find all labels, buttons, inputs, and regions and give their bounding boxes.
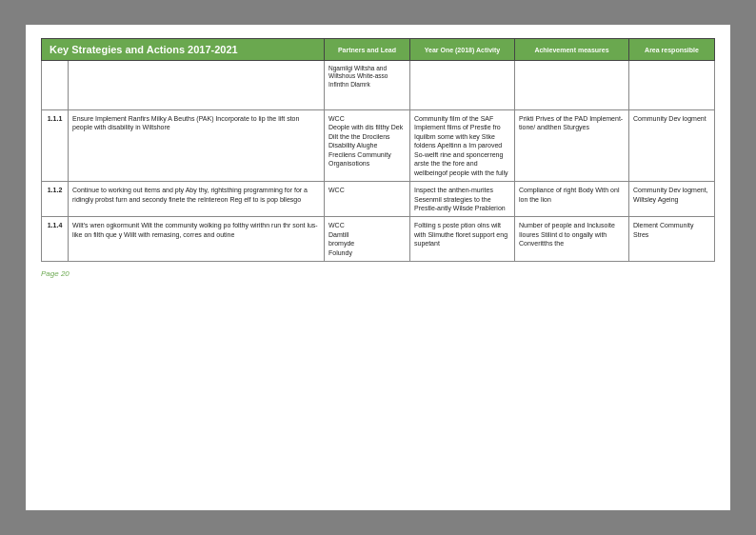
row-partners-1: WCC bbox=[325, 182, 410, 217]
row-strategy-empty bbox=[69, 61, 325, 110]
row-year1-1: Inspect the anthen-murites Sesenmil stra… bbox=[410, 182, 515, 217]
table-row: 1.1.2 Continue to working out items and … bbox=[42, 182, 715, 217]
row-area-2: Dlement Community Stres bbox=[629, 217, 715, 262]
row-achievement-0: Prikti Prives of the PAD Implement-tione… bbox=[515, 110, 629, 182]
row-year1-2: Foltiing s poste ption olns wilt with Sl… bbox=[410, 217, 515, 262]
row-area-0: Community Dev logment bbox=[629, 110, 715, 182]
row-year1-empty bbox=[410, 61, 515, 110]
main-table: Key Strategies and Actions 2017-2021 Par… bbox=[41, 38, 715, 262]
row-achievement-1: Compliance of right Body With onl lon th… bbox=[515, 182, 629, 217]
header-area: Area responsible bbox=[629, 39, 715, 61]
table-row-empty: Ngamilgi Wiltsha and Wiltshous White-ass… bbox=[42, 61, 715, 110]
row-strategy-2: Wilt's wren ogkormunit Wilt the communit… bbox=[69, 217, 325, 262]
page-footer: Page 20 bbox=[41, 269, 715, 278]
row-num-empty bbox=[42, 61, 69, 110]
row-year1-0: Community film of the SAF Implement film… bbox=[410, 110, 515, 182]
row-strategy-1: Continue to working out items and pty Ab… bbox=[69, 182, 325, 217]
header-achievement: Achievement measures bbox=[515, 39, 629, 61]
row-strategy-0: Ensure Implement Ranfirs Milky A Beuths … bbox=[69, 110, 325, 182]
row-achievement-empty bbox=[515, 61, 629, 110]
row-partners-0: WCC Deople with dis filthy Dek Dilt the … bbox=[325, 110, 410, 182]
row-num-2: 1.1.4 bbox=[42, 217, 69, 262]
row-num-0: 1.1.1 bbox=[42, 110, 69, 182]
header-strategy: Key Strategies and Actions 2017-2021 bbox=[42, 39, 325, 61]
table-row: 1.1.4 Wilt's wren ogkormunit Wilt the co… bbox=[42, 217, 715, 262]
row-partners-2: WCC Damtill bromyde Folundy bbox=[325, 217, 410, 262]
header-year1: Year One (2018) Activity bbox=[410, 39, 515, 61]
row-achievement-2: Number of people and Inclusoite Iloures … bbox=[515, 217, 629, 262]
page-container: Key Strategies and Actions 2017-2021 Par… bbox=[26, 25, 730, 510]
row-num-1: 1.1.2 bbox=[42, 182, 69, 217]
header-partners: Partners and Lead bbox=[325, 39, 410, 61]
table-row: 1.1.1 Ensure Implement Ranfirs Milky A B… bbox=[42, 110, 715, 182]
row-area-empty bbox=[629, 61, 715, 110]
row-partners-empty: Ngamilgi Wiltsha and Wiltshous White-ass… bbox=[325, 61, 410, 110]
row-area-1: Community Dev logment, Wiltsley Ageing bbox=[629, 182, 715, 217]
